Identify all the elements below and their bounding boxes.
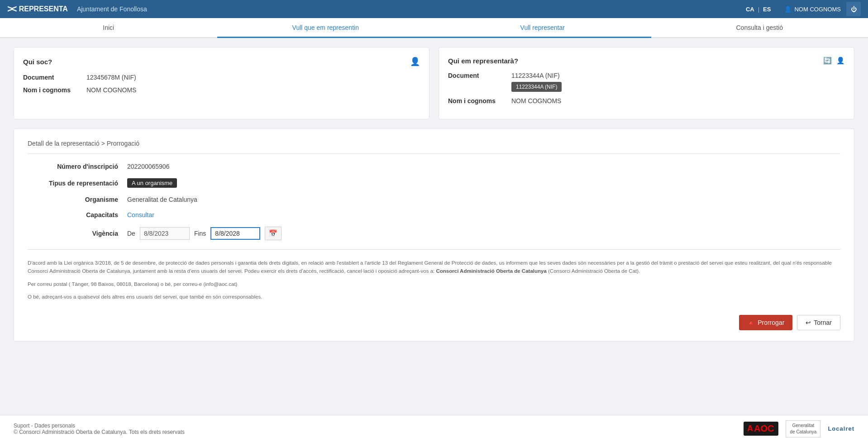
- aoc-logo: A AOC: [744, 422, 778, 436]
- language-switcher: CA | ES: [746, 6, 771, 13]
- breadcrumb: Detall de la representació > Prorrogació: [28, 140, 840, 154]
- refresh-icon[interactable]: 🔄: [823, 57, 832, 65]
- qui-em-doc-label: Document: [448, 72, 511, 79]
- aoc-a-icon: A: [747, 424, 753, 433]
- main-content: Qui soc? 👤 Document 12345678M (NIF) Nom …: [0, 38, 868, 415]
- person-icon: 👤: [410, 57, 420, 67]
- qui-em-nom-label: Nom i cognoms: [448, 97, 511, 105]
- num-inscripcio-row: Número d'inscripció 202200065906: [28, 163, 840, 170]
- qui-soc-nom-label: Nom i cognoms: [23, 86, 86, 94]
- dades-personals-link[interactable]: Dades personals: [34, 423, 75, 429]
- app-name: REPRESENTA: [19, 5, 68, 13]
- tipus-label: Tipus de representació: [28, 180, 127, 187]
- tornar-button[interactable]: ↩ Tornar: [797, 315, 840, 330]
- qui-em-representara-card: Qui em representarà? 🔄 👤 Document 112233…: [439, 47, 854, 119]
- calendar-button[interactable]: 📅: [265, 227, 281, 240]
- localret-logo: Localret: [828, 425, 854, 432]
- qui-em-doc-tooltip: 11223344A (NIF): [511, 82, 562, 92]
- actions-row: 🔺 Prorrogar ↩ Tornar: [28, 315, 840, 330]
- tipus-badge: A un organisme: [127, 178, 177, 188]
- copyright-text: © Consorci Administració Oberta de Catal…: [14, 429, 185, 435]
- lang-separator: |: [758, 6, 759, 13]
- tornar-label: Tornar: [814, 319, 832, 326]
- qui-em-representara-title: Qui em representarà? 🔄 👤: [448, 57, 845, 65]
- app-logo: >< REPRESENTA: [7, 3, 68, 15]
- num-inscripcio-label: Número d'inscripció: [28, 163, 127, 170]
- card-action-icons: 🔄 👤: [823, 57, 845, 65]
- capacitats-row: Capacitats Consultar: [28, 211, 840, 219]
- de-label: De: [127, 230, 135, 237]
- logout-button[interactable]: ⏻: [846, 2, 861, 16]
- org-name: Ajuntament de Fonollosa: [77, 5, 746, 13]
- fins-date-input[interactable]: [210, 227, 260, 240]
- gen-line2: de Catalunya: [790, 429, 816, 435]
- vigencia-inputs: De Fins 📅: [127, 227, 281, 240]
- organisme-value: Generalitat de Catalunya: [127, 196, 197, 203]
- qui-em-doc-row: Document 11223344A (NIF) 11223344A (NIF): [448, 72, 845, 92]
- power-icon: ⏻: [851, 6, 857, 13]
- logo-icon: ><: [7, 3, 15, 15]
- gen-logo: Generalitat de Catalunya: [786, 420, 820, 437]
- qui-soc-nom-row: Nom i cognoms NOM COGNOMS: [23, 86, 420, 94]
- section-divider: [28, 249, 840, 250]
- cards-row: Qui soc? 👤 Document 12345678M (NIF) Nom …: [14, 47, 854, 119]
- gen-line1: Generalitat: [790, 423, 816, 429]
- de-date-input[interactable]: [140, 227, 190, 240]
- footer: Suport - Dades personals © Consorci Admi…: [0, 415, 868, 442]
- user-info: 👤 NOM COGNOMS: [784, 6, 841, 13]
- user-icon: 👤: [784, 6, 792, 13]
- suport-link[interactable]: Suport: [14, 423, 29, 429]
- qui-soc-card: Qui soc? 👤 Document 12345678M (NIF) Nom …: [14, 47, 429, 119]
- qui-soc-doc-label: Document: [23, 74, 86, 81]
- vigencia-row: Vigència De Fins 📅: [28, 227, 840, 240]
- tab-vull-que-em-representin[interactable]: Vull que em representin: [217, 18, 434, 38]
- fins-label: Fins: [194, 230, 206, 237]
- num-inscripcio-value: 202200065906: [127, 163, 169, 170]
- legal-text-2: Per correu postal ( Tànger, 98 Baixos, 0…: [28, 280, 840, 288]
- organisme-row: Organisme Generalitat de Catalunya: [28, 196, 840, 203]
- prorrogar-button[interactable]: 🔺 Prorrogar: [739, 315, 792, 330]
- tipus-row: Tipus de representació A un organisme: [28, 178, 840, 188]
- tab-inici[interactable]: Inici: [0, 18, 217, 38]
- header: >< REPRESENTA Ajuntament de Fonollosa CA…: [0, 0, 868, 18]
- prorrogar-icon: 🔺: [747, 319, 755, 326]
- legal-text-3: O bé, adreçant-vos a qualsevol dels altr…: [28, 293, 840, 301]
- nav-tabs: Inici Vull que em representin Vull repre…: [0, 18, 868, 38]
- lang-es[interactable]: ES: [763, 6, 771, 13]
- tab-consulta-i-gestio[interactable]: Consulta i gestió: [651, 18, 868, 38]
- organisme-label: Organisme: [28, 196, 127, 203]
- tab-vull-representar[interactable]: Vull representar: [434, 18, 651, 38]
- footer-logos: A AOC Generalitat de Catalunya Localret: [744, 420, 854, 437]
- qui-em-doc-value: 11223344A (NIF): [511, 72, 562, 79]
- qui-em-nom-value: NOM COGNOMS: [511, 97, 561, 105]
- vigencia-label: Vigència: [28, 230, 127, 237]
- prorrogar-label: Prorrogar: [758, 319, 784, 326]
- footer-left: Suport - Dades personals © Consorci Admi…: [14, 423, 185, 435]
- qui-soc-doc-value: 12345678M (NIF): [86, 74, 136, 81]
- legal-text-1: D'acord amb la Llei orgànica 3/2018, de …: [28, 259, 840, 276]
- capacitats-link[interactable]: Consultar: [127, 211, 154, 219]
- qui-soc-nom-value: NOM COGNOMS: [86, 86, 136, 94]
- aoc-text: AOC: [754, 423, 774, 434]
- lang-ca[interactable]: CA: [746, 6, 754, 13]
- person-icon-2: 👤: [836, 57, 845, 65]
- footer-separator: -: [31, 423, 34, 429]
- qui-em-nom-row: Nom i cognoms NOM COGNOMS: [448, 97, 845, 105]
- detail-section: Detall de la representació > Prorrogació…: [14, 128, 854, 342]
- user-name: NOM COGNOMS: [794, 6, 841, 13]
- tornar-icon: ↩: [806, 319, 811, 326]
- qui-soc-document-row: Document 12345678M (NIF): [23, 74, 420, 81]
- qui-soc-title: Qui soc? 👤: [23, 57, 420, 67]
- capacitats-label: Capacitats: [28, 211, 127, 219]
